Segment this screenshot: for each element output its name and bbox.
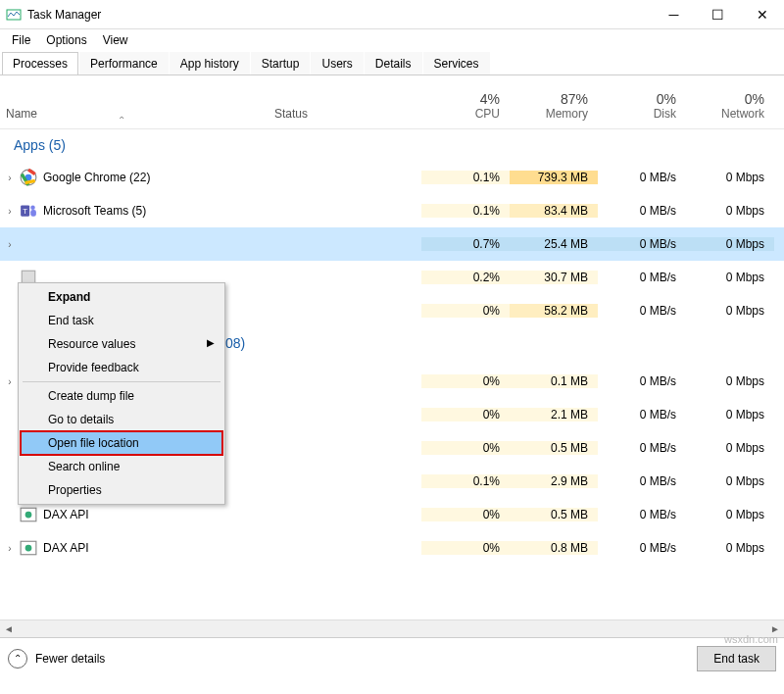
tab-performance[interactable]: Performance	[79, 52, 169, 74]
menu-item-end-task[interactable]: End task	[21, 309, 222, 332]
disk-value: 0 MB/s	[598, 374, 686, 388]
network-value: 0 Mbps	[686, 508, 774, 521]
process-row[interactable]: ›TMicrosoft Teams (5)0.1%83.4 MB0 MB/s0 …	[0, 194, 784, 227]
memory-value: 30.7 MB	[510, 271, 598, 284]
network-value: 0 Mbps	[686, 237, 774, 251]
taskmanager-icon	[6, 7, 22, 23]
scroll-left-icon[interactable]: ◄	[0, 623, 18, 634]
header-network[interactable]: 0%Network	[686, 91, 774, 128]
svg-text:T: T	[23, 207, 27, 216]
context-menu: ExpandEnd taskResource values▶Provide fe…	[18, 282, 225, 505]
expand-chevron-icon[interactable]: ›	[0, 543, 20, 554]
memory-value: 0.5 MB	[510, 508, 598, 521]
expand-chevron-icon[interactable]: ›	[0, 376, 20, 387]
network-value: 0 Mbps	[686, 271, 774, 284]
cpu-value: 0%	[421, 508, 510, 521]
menu-item-resource-values[interactable]: Resource values▶	[21, 332, 222, 356]
memory-value: 2.9 MB	[510, 474, 598, 488]
process-icon	[20, 169, 37, 186]
disk-value: 0 MB/s	[598, 474, 686, 488]
tab-strip: Processes Performance App history Startu…	[0, 51, 784, 75]
close-button[interactable]: ✕	[740, 0, 784, 28]
cpu-value: 0.1%	[421, 171, 510, 184]
end-task-button[interactable]: End task	[697, 646, 776, 671]
expand-chevron-icon[interactable]: ›	[0, 173, 20, 183]
tab-users[interactable]: Users	[311, 52, 363, 74]
network-value: 0 Mbps	[686, 304, 774, 318]
header-cpu[interactable]: 4%CPU	[421, 91, 510, 128]
disk-value: 0 MB/s	[598, 541, 686, 555]
cpu-value: 0%	[421, 441, 510, 455]
cpu-value: 0.1%	[421, 204, 510, 218]
memory-value: 83.4 MB	[510, 204, 598, 218]
disk-value: 0 MB/s	[598, 508, 686, 521]
tab-details[interactable]: Details	[365, 52, 422, 74]
disk-value: 0 MB/s	[598, 271, 686, 284]
column-headers: ⌃ Name Status 4%CPU 87%Memory 0%Disk 0%N…	[0, 75, 784, 129]
menu-item-search-online[interactable]: Search online	[21, 455, 222, 478]
menu-file[interactable]: File	[4, 31, 38, 49]
disk-value: 0 MB/s	[598, 204, 686, 218]
minimize-button[interactable]: ─	[652, 0, 696, 28]
disk-value: 0 MB/s	[598, 304, 686, 318]
tab-apphistory[interactable]: App history	[170, 52, 250, 74]
cpu-value: 0%	[421, 408, 510, 421]
tab-startup[interactable]: Startup	[251, 52, 311, 74]
memory-value: 0.5 MB	[510, 441, 598, 455]
watermark: wsxdn.com	[724, 633, 778, 645]
cpu-value: 0.7%	[421, 237, 510, 251]
menu-item-expand[interactable]: Expand	[21, 285, 222, 309]
disk-value: 0 MB/s	[598, 237, 686, 251]
fewer-details-icon[interactable]: ⌃	[8, 649, 27, 669]
menubar: File Options View	[0, 29, 784, 51]
horizontal-scrollbar[interactable]: ◄ ►	[0, 620, 784, 637]
network-value: 0 Mbps	[686, 441, 774, 455]
network-value: 0 Mbps	[686, 204, 774, 218]
menu-item-open-file-location[interactable]: Open file location	[21, 431, 222, 455]
memory-value: 739.3 MB	[510, 171, 598, 184]
group-apps[interactable]: Apps (5)	[0, 129, 784, 161]
process-row[interactable]: ›Task Manager0.7%25.4 MB0 MB/s0 Mbps	[0, 227, 784, 261]
header-status[interactable]: Status	[274, 107, 421, 128]
menu-item-create-dump-file[interactable]: Create dump file	[21, 384, 222, 408]
menu-item-properties[interactable]: Properties	[21, 478, 222, 502]
process-name: DAX API	[43, 508, 274, 521]
cpu-value: 0%	[421, 304, 510, 318]
process-row[interactable]: ›DAX API0%0.8 MB0 MB/s0 Mbps	[0, 531, 784, 565]
network-value: 0 Mbps	[686, 408, 774, 421]
window-title: Task Manager	[27, 8, 101, 22]
maximize-button[interactable]: ☐	[696, 0, 740, 28]
network-value: 0 Mbps	[686, 541, 774, 555]
header-name[interactable]: ⌃ Name	[0, 107, 274, 128]
header-disk[interactable]: 0%Disk	[598, 91, 686, 128]
network-value: 0 Mbps	[686, 474, 774, 488]
memory-value: 0.1 MB	[510, 374, 598, 388]
submenu-arrow-icon: ▶	[207, 337, 215, 348]
expand-chevron-icon[interactable]: ›	[0, 206, 20, 217]
cpu-value: 0.2%	[421, 271, 510, 284]
process-name: Microsoft Teams (5)	[43, 204, 274, 218]
disk-value: 0 MB/s	[598, 171, 686, 184]
process-row[interactable]: ›Google Chrome (22)0.1%739.3 MB0 MB/s0 M…	[0, 161, 784, 194]
memory-value: 2.1 MB	[510, 408, 598, 421]
disk-value: 0 MB/s	[598, 441, 686, 455]
network-value: 0 Mbps	[686, 374, 774, 388]
menu-options[interactable]: Options	[38, 31, 94, 49]
cpu-value: 0.1%	[421, 474, 510, 488]
process-name: Google Chrome (22)	[43, 171, 274, 184]
svg-point-19	[25, 545, 32, 552]
expand-chevron-icon[interactable]: ›	[0, 239, 20, 250]
menu-view[interactable]: View	[95, 31, 136, 49]
header-memory[interactable]: 87%Memory	[510, 91, 598, 128]
process-icon	[20, 506, 37, 523]
memory-value: 58.2 MB	[510, 304, 598, 318]
menu-separator	[23, 381, 220, 382]
tab-services[interactable]: Services	[423, 52, 490, 74]
footer: ⌃ Fewer details End task	[0, 637, 784, 678]
fewer-details-label[interactable]: Fewer details	[35, 652, 105, 666]
svg-point-17	[25, 512, 32, 519]
menu-item-go-to-details[interactable]: Go to details	[21, 408, 222, 431]
menu-item-provide-feedback[interactable]: Provide feedback	[21, 356, 222, 379]
tab-processes[interactable]: Processes	[2, 52, 78, 74]
titlebar: Task Manager ─ ☐ ✕	[0, 0, 784, 29]
